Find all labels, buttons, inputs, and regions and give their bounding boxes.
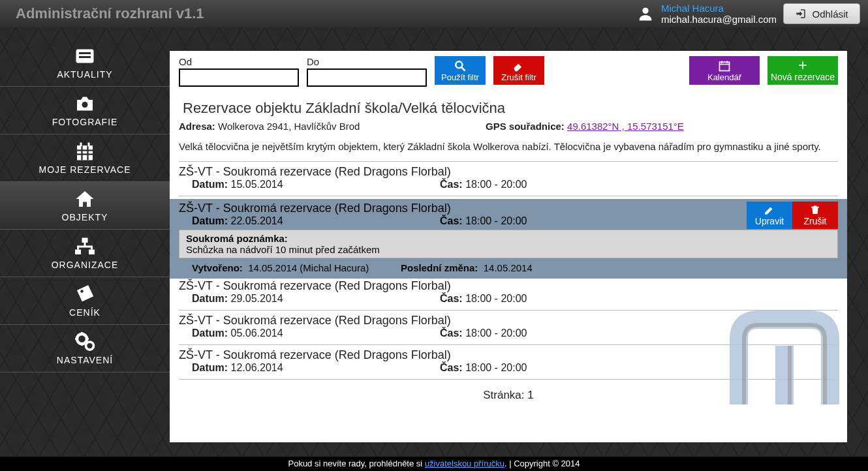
fotografie-icon bbox=[73, 92, 97, 115]
nav-objekty[interactable]: OBJEKTY bbox=[0, 182, 170, 230]
cenik-icon bbox=[73, 282, 97, 306]
nav-label: AKTUALITY bbox=[0, 69, 170, 80]
gps-label: GPS souřadnice: bbox=[486, 121, 565, 132]
organizace-icon bbox=[73, 235, 97, 258]
user-name: Michal Hacura bbox=[661, 3, 777, 14]
nav-label: FOTOGRAFIE bbox=[0, 117, 170, 127]
svg-point-18 bbox=[456, 61, 462, 68]
reservation-row-selected[interactable]: ZŠ-VT - Soukromá rezervace (Red Dragons … bbox=[170, 199, 847, 279]
address-value: Wolkerova 2941, Havlíčkův Brod bbox=[218, 121, 360, 132]
from-input[interactable] bbox=[179, 68, 299, 87]
nav-label: ORGANIZACE bbox=[0, 260, 170, 270]
svg-rect-5 bbox=[77, 145, 93, 160]
to-label: Do bbox=[307, 56, 427, 67]
nastaveni-icon bbox=[73, 330, 97, 354]
sidebar: AKTUALITYFOTOGRAFIEMOJE REZERVACEOBJEKTY… bbox=[0, 39, 170, 372]
filter-from: Od bbox=[179, 56, 299, 87]
trash-icon bbox=[809, 204, 821, 216]
search-icon bbox=[454, 59, 467, 72]
calendar-icon bbox=[718, 59, 731, 72]
reservation-row[interactable]: ZŠ-VT - Soukromá rezervace (Red Dragons … bbox=[179, 279, 838, 307]
svg-rect-14 bbox=[89, 250, 95, 255]
reservation-title: ZŠ-VT - Soukromá rezervace (Red Dragons … bbox=[179, 202, 838, 215]
object-title: Rezervace objektu Základní škola/Velká t… bbox=[179, 91, 838, 121]
rezervace-icon bbox=[73, 140, 97, 163]
logout-icon bbox=[795, 8, 807, 20]
nav-label: MOJE REZERVACE bbox=[0, 164, 170, 175]
nav-nastaveni[interactable]: NASTAVENÍ bbox=[0, 325, 170, 372]
eraser-icon bbox=[512, 59, 525, 72]
nav-cenik[interactable]: CENÍK bbox=[0, 277, 170, 325]
to-input[interactable] bbox=[307, 68, 427, 87]
new-reservation-button[interactable]: Nová rezervace bbox=[767, 56, 838, 85]
svg-point-16 bbox=[77, 334, 87, 344]
main-panel: Od Do Použít filtr Zrušit filtr Kalendář… bbox=[170, 51, 847, 442]
watermark-logo bbox=[726, 307, 843, 404]
svg-point-17 bbox=[86, 342, 94, 350]
footer: Pokud si nevíte rady, prohlédněte si uži… bbox=[0, 457, 868, 471]
user-icon bbox=[636, 5, 655, 23]
svg-rect-13 bbox=[75, 250, 81, 255]
app-title: Administrační rozhraní v1.1 bbox=[0, 5, 636, 22]
svg-rect-12 bbox=[82, 238, 88, 243]
edit-button[interactable]: Upravit bbox=[747, 202, 792, 229]
header: Administrační rozhraní v1.1 Michal Hacur… bbox=[0, 0, 868, 27]
calendar-button[interactable]: Kalendář bbox=[689, 56, 760, 85]
svg-point-4 bbox=[82, 102, 88, 108]
reservation-row[interactable]: ZŠ-VT - Soukromá rezervace (Red Dragons … bbox=[179, 164, 838, 193]
private-note: Soukromá poznámka:Schůzka na nádvoří 10 … bbox=[179, 230, 838, 258]
svg-point-15 bbox=[80, 290, 84, 293]
logout-button[interactable]: Odhlásit bbox=[783, 3, 860, 24]
apply-filter-button[interactable]: Použít filtr bbox=[435, 56, 486, 85]
filter-to: Do bbox=[307, 56, 427, 87]
nav-label: CENÍK bbox=[0, 307, 170, 318]
reset-filter-button[interactable]: Zrušit filtr bbox=[493, 56, 544, 85]
svg-rect-2 bbox=[79, 52, 91, 54]
delete-button[interactable]: Zrušit bbox=[792, 202, 838, 229]
nav-label: OBJEKTY bbox=[0, 212, 170, 222]
pencil-icon bbox=[764, 204, 775, 216]
nav-aktuality[interactable]: AKTUALITY bbox=[0, 39, 170, 87]
object-description: Velká tělocvična je největším krytým obj… bbox=[179, 137, 838, 159]
plus-icon bbox=[796, 59, 809, 72]
nav-organizace[interactable]: ORGANIZACE bbox=[0, 230, 170, 277]
nav-label: NASTAVENÍ bbox=[0, 355, 170, 365]
svg-point-0 bbox=[642, 8, 648, 14]
reservation-title: ZŠ-VT - Soukromá rezervace (Red Dragons … bbox=[179, 165, 838, 179]
svg-rect-3 bbox=[79, 56, 91, 58]
user-block[interactable]: Michal Hacura michal.hacura@gmail.com bbox=[636, 3, 777, 25]
nav-rezervace[interactable]: MOJE REZERVACE bbox=[0, 134, 170, 182]
address-label: Adresa: bbox=[179, 121, 215, 132]
aktuality-icon bbox=[73, 44, 97, 68]
svg-line-19 bbox=[462, 67, 465, 70]
manual-link[interactable]: uživatelskou příručku bbox=[425, 459, 504, 468]
svg-rect-20 bbox=[720, 62, 730, 70]
nav-fotografie[interactable]: FOTOGRAFIE bbox=[0, 87, 170, 134]
from-label: Od bbox=[179, 56, 299, 67]
reservation-title: ZŠ-VT - Soukromá rezervace (Red Dragons … bbox=[179, 279, 838, 293]
objekty-icon bbox=[73, 187, 97, 211]
gps-link[interactable]: 49.61382°N , 15.573151°E bbox=[567, 121, 684, 132]
toolbar: Od Do Použít filtr Zrušit filtr Kalendář… bbox=[170, 51, 847, 91]
user-email: michal.hacura@gmail.com bbox=[661, 14, 777, 25]
